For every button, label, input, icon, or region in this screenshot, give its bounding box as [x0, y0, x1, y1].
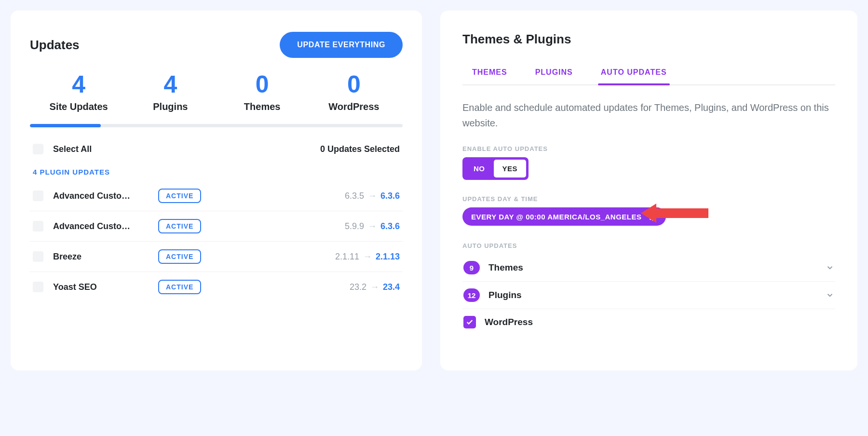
updates-selected-count: 0 Updates Selected	[320, 144, 400, 154]
auto-row-label: Plugins	[488, 290, 522, 300]
updates-stats: 4 Site Updates 4 Plugins 0 Themes 0 Word…	[30, 72, 403, 112]
status-badge: ACTIVE	[158, 219, 201, 233]
arrow-right-icon: →	[368, 221, 377, 232]
plugin-row: Breeze ACTIVE 2.1.11 → 2.1.13	[30, 242, 403, 272]
stat-label: WordPress	[308, 101, 400, 112]
updates-header: Updates UPDATE EVERYTHING	[30, 32, 403, 58]
version-from: 5.9.9	[345, 221, 364, 232]
stat-label: Plugins	[124, 101, 216, 112]
tab-plugins[interactable]: PLUGINS	[535, 68, 573, 84]
count-pill: 12	[463, 288, 480, 302]
plugin-name: Yoast SEO	[53, 282, 149, 292]
enable-auto-updates-label: ENABLE AUTO UPDATES	[462, 145, 835, 152]
status-badge: ACTIVE	[158, 249, 201, 264]
tab-themes[interactable]: THEMES	[472, 68, 507, 84]
plugin-versions: 5.9.9 → 6.3.6	[345, 221, 400, 232]
version-from: 2.1.11	[335, 252, 359, 262]
arrow-right-icon: →	[363, 252, 372, 262]
tab-auto-updates[interactable]: AUTO UPDATES	[601, 68, 667, 84]
auto-updates-list: 9 Themes 12 Plugins WordPress	[462, 254, 835, 335]
plugin-checkbox[interactable]	[33, 251, 43, 262]
themes-plugins-title: Themes & Plugins	[462, 32, 835, 47]
update-everything-button[interactable]: UPDATE EVERYTHING	[280, 32, 403, 58]
auto-row-label: WordPress	[485, 317, 533, 327]
stat-label: Themes	[217, 101, 308, 112]
plugin-name: Breeze	[53, 252, 149, 262]
chevron-down-icon	[826, 263, 834, 272]
auto-row-wordpress[interactable]: WordPress	[462, 309, 835, 335]
auto-updates-section-label: AUTO UPDATES	[462, 242, 835, 249]
plugin-versions: 2.1.11 → 2.1.13	[335, 252, 400, 262]
version-to: 6.3.6	[380, 191, 400, 201]
plugin-row: Advanced Custo… ACTIVE 5.9.9 → 6.3.6	[30, 211, 403, 242]
updates-title: Updates	[30, 38, 80, 53]
plugin-row: Advanced Custo… ACTIVE 6.3.5 → 6.3.6	[30, 181, 403, 211]
plugin-checkbox[interactable]	[33, 282, 43, 292]
themes-plugins-card: Themes & Plugins THEMES PLUGINS AUTO UPD…	[440, 11, 857, 370]
svg-rect-1	[654, 208, 708, 218]
plugin-update-list: Advanced Custo… ACTIVE 6.3.5 → 6.3.6 Adv…	[30, 181, 403, 302]
schedule-button[interactable]: EVERY DAY @ 00:00 AMERICA/LOS_ANGELES	[462, 207, 666, 226]
stat-value: 0	[308, 72, 400, 96]
version-to: 6.3.6	[380, 221, 400, 232]
plugin-row: Yoast SEO ACTIVE 23.2 → 23.4	[30, 272, 403, 302]
auto-row-plugins[interactable]: 12 Plugins	[462, 282, 835, 309]
stat-site-updates[interactable]: 4 Site Updates	[33, 72, 124, 112]
toggle-option-no[interactable]: NO	[465, 160, 494, 177]
auto-updates-description: Enable and schedule automated updates fo…	[462, 100, 835, 131]
stat-plugins[interactable]: 4 Plugins	[124, 72, 216, 112]
tp-tabs: THEMES PLUGINS AUTO UPDATES	[462, 68, 835, 85]
updates-progress	[30, 124, 403, 127]
updates-progress-fill	[30, 124, 101, 127]
gear-icon	[649, 212, 657, 221]
version-to: 23.4	[383, 282, 400, 292]
count-pill: 9	[463, 261, 480, 274]
toggle-option-yes[interactable]: YES	[494, 160, 527, 177]
plugin-checkbox[interactable]	[33, 221, 43, 232]
status-badge: ACTIVE	[158, 280, 201, 294]
stat-wordpress[interactable]: 0 WordPress	[308, 72, 400, 112]
version-from: 6.3.5	[345, 191, 364, 201]
enable-auto-updates-toggle[interactable]: NO YES	[462, 157, 529, 180]
schedule-value: EVERY DAY @ 00:00 AMERICA/LOS_ANGELES	[471, 213, 642, 221]
schedule-label: UPDATES DAY & TIME	[462, 195, 835, 203]
plugin-name: Advanced Custo…	[53, 191, 149, 201]
checkbox-icon	[33, 144, 43, 154]
plugin-checkbox[interactable]	[33, 191, 43, 201]
checked-box-icon	[463, 316, 476, 328]
auto-row-themes[interactable]: 9 Themes	[462, 254, 835, 282]
arrow-right-icon: →	[370, 282, 379, 292]
status-badge: ACTIVE	[158, 189, 201, 203]
plugin-versions: 6.3.5 → 6.3.6	[345, 191, 400, 201]
arrow-right-icon: →	[368, 191, 377, 201]
stat-themes[interactable]: 0 Themes	[217, 72, 308, 112]
stat-value: 0	[217, 72, 308, 96]
version-to: 2.1.13	[376, 252, 400, 262]
auto-row-label: Themes	[488, 262, 523, 273]
stat-value: 4	[124, 72, 216, 96]
plugin-updates-heading: 4 PLUGIN UPDATES	[33, 168, 403, 176]
select-all-control[interactable]: Select All	[33, 144, 92, 154]
version-from: 23.2	[350, 282, 366, 292]
stat-value: 4	[33, 72, 124, 96]
select-all-label: Select All	[53, 144, 92, 154]
svg-point-0	[651, 216, 654, 218]
select-all-row: Select All 0 Updates Selected	[30, 144, 403, 154]
updates-card: Updates UPDATE EVERYTHING 4 Site Updates…	[11, 11, 422, 370]
stat-label: Site Updates	[33, 101, 124, 112]
plugin-versions: 23.2 → 23.4	[350, 282, 400, 292]
plugin-name: Advanced Custo…	[53, 221, 149, 232]
chevron-down-icon	[826, 291, 834, 300]
